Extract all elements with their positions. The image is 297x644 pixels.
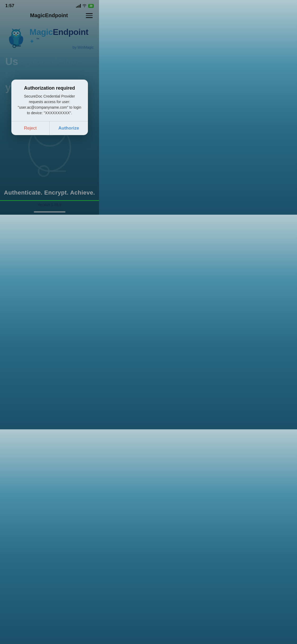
dialog-content: Authorization required SecureDoc Credent… <box>11 80 88 121</box>
authorize-button[interactable]: Authorize <box>50 121 88 135</box>
modal-overlay: Authorization required SecureDoc Credent… <box>0 0 99 215</box>
dialog-title: Authorization required <box>17 85 83 91</box>
dialog-buttons: Reject Authorize <box>11 121 88 135</box>
authorization-dialog: Authorization required SecureDoc Credent… <box>11 80 88 135</box>
dialog-message: SecureDoc Credential Provider requests a… <box>17 94 83 116</box>
reject-button[interactable]: Reject <box>11 121 50 135</box>
